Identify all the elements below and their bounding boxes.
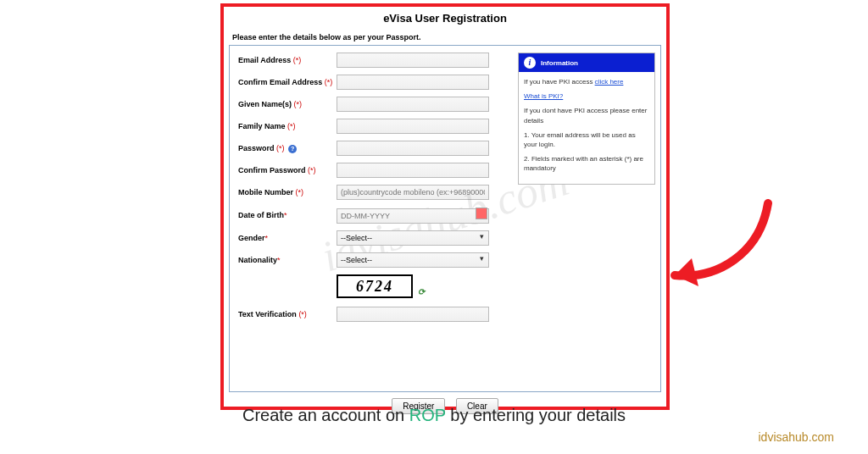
family-name-label: Family Name (*) xyxy=(235,122,337,130)
pki-text: If you have PKI access xyxy=(524,78,595,86)
caption-highlight: ROP xyxy=(409,406,446,424)
gender-label: Gender* xyxy=(235,234,337,242)
screenshot-frame: eVisa User Registration Please enter the… xyxy=(220,3,670,410)
page-title: eVisa User Registration xyxy=(224,12,666,25)
pki-click-here-link[interactable]: click here xyxy=(595,78,624,86)
information-header: i Information xyxy=(519,53,654,72)
info-icon: i xyxy=(524,57,536,69)
mobile-field[interactable] xyxy=(337,185,489,200)
email-field[interactable] xyxy=(337,53,489,68)
refresh-captcha-icon[interactable]: ⟳ xyxy=(418,287,426,296)
given-names-field[interactable] xyxy=(337,97,489,112)
caption-text: Create an account on ROP by entering you… xyxy=(0,406,868,425)
calendar-icon[interactable] xyxy=(476,208,487,219)
registration-form: idvisahub.com Email Address (*) Confirm … xyxy=(229,45,661,392)
text-verification-label: Text Verification (*) xyxy=(235,310,337,318)
family-name-field[interactable] xyxy=(337,119,489,134)
nationality-select[interactable]: --Select-- xyxy=(337,252,489,268)
mobile-label: Mobile Number (*) xyxy=(235,188,337,197)
confirm-password-field[interactable] xyxy=(337,163,489,178)
captcha-image: 6724 ⟳ xyxy=(337,274,413,298)
text-verification-field[interactable] xyxy=(337,307,489,322)
no-pki-text: If you dont have PKI access please enter… xyxy=(524,106,649,125)
site-brand: idvisahub.com xyxy=(759,430,835,444)
confirm-password-label: Confirm Password (*) xyxy=(235,166,337,174)
password-label: Password (*) ? xyxy=(235,144,337,153)
given-names-label: Given Name(s) (*) xyxy=(235,100,337,108)
information-panel: i Information If you have PKI access cli… xyxy=(518,53,655,185)
email-label: Email Address (*) xyxy=(235,56,337,64)
gender-select[interactable]: --Select-- xyxy=(337,230,489,246)
confirm-email-field[interactable] xyxy=(337,75,489,90)
info-note-1: 1. Your email address will be used as yo… xyxy=(524,130,649,149)
what-is-pki-link[interactable]: What is PKI? xyxy=(524,92,563,100)
confirm-email-label: Confirm Email Address (*) xyxy=(235,78,337,86)
dob-field[interactable] xyxy=(337,208,489,224)
nationality-label: Nationality* xyxy=(235,256,337,264)
annotation-arrow-icon xyxy=(658,195,776,305)
dob-label: Date of Birth* xyxy=(235,211,337,219)
info-note-2: 2. Fields marked with an asterisk (*) ar… xyxy=(524,154,649,173)
instruction-text: Please enter the details below as per yo… xyxy=(232,33,666,42)
password-help-icon[interactable]: ? xyxy=(288,145,297,153)
password-field[interactable] xyxy=(337,141,489,156)
